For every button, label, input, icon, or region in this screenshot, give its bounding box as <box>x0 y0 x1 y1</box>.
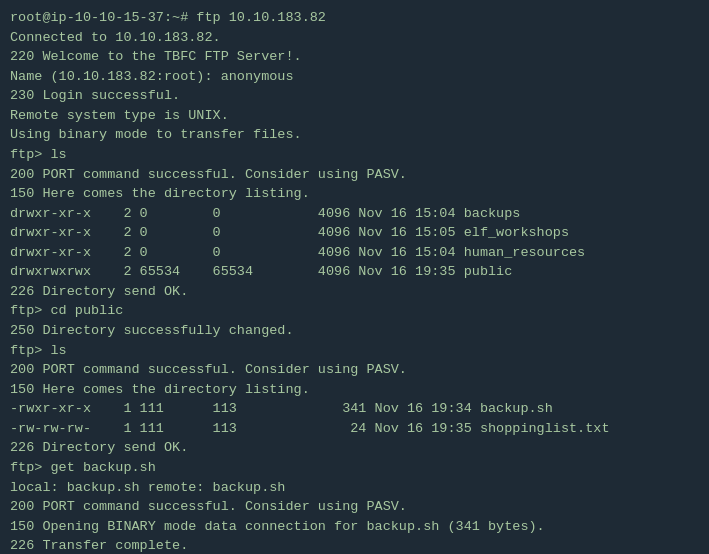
terminal-line: ftp> get backup.sh <box>10 458 699 478</box>
terminal-line: 200 PORT command successful. Consider us… <box>10 497 699 517</box>
terminal-line: ftp> ls <box>10 145 699 165</box>
terminal-line: ftp> ls <box>10 341 699 361</box>
terminal-line: root@ip-10-10-15-37:~# ftp 10.10.183.82 <box>10 8 699 28</box>
terminal-line: Remote system type is UNIX. <box>10 106 699 126</box>
terminal-line: 200 PORT command successful. Consider us… <box>10 360 699 380</box>
terminal-line: drwxr-xr-x 2 0 0 4096 Nov 16 15:05 elf_w… <box>10 223 699 243</box>
terminal-line: drwxr-xr-x 2 0 0 4096 Nov 16 15:04 human… <box>10 243 699 263</box>
terminal-line: 150 Opening BINARY mode data connection … <box>10 517 699 537</box>
terminal-line: drwxrwxrwx 2 65534 65534 4096 Nov 16 19:… <box>10 262 699 282</box>
terminal-line: 226 Directory send OK. <box>10 438 699 458</box>
terminal-line: Connected to 10.10.183.82. <box>10 28 699 48</box>
terminal-line: 150 Here comes the directory listing. <box>10 380 699 400</box>
terminal-line: Using binary mode to transfer files. <box>10 125 699 145</box>
terminal-line: -rwxr-xr-x 1 111 113 341 Nov 16 19:34 ba… <box>10 399 699 419</box>
terminal-window: root@ip-10-10-15-37:~# ftp 10.10.183.82C… <box>0 0 709 554</box>
terminal-line: 226 Directory send OK. <box>10 282 699 302</box>
terminal-line: Name (10.10.183.82:root): anonymous <box>10 67 699 87</box>
terminal-line: ftp> cd public <box>10 301 699 321</box>
terminal-line: 226 Transfer complete. <box>10 536 699 554</box>
terminal-line: 230 Login successful. <box>10 86 699 106</box>
terminal-line: -rw-rw-rw- 1 111 113 24 Nov 16 19:35 sho… <box>10 419 699 439</box>
terminal-line: 250 Directory successfully changed. <box>10 321 699 341</box>
terminal-line: 200 PORT command successful. Consider us… <box>10 165 699 185</box>
terminal-line: 220 Welcome to the TBFC FTP Server!. <box>10 47 699 67</box>
terminal-line: local: backup.sh remote: backup.sh <box>10 478 699 498</box>
terminal-line: 150 Here comes the directory listing. <box>10 184 699 204</box>
terminal-line: drwxr-xr-x 2 0 0 4096 Nov 16 15:04 backu… <box>10 204 699 224</box>
